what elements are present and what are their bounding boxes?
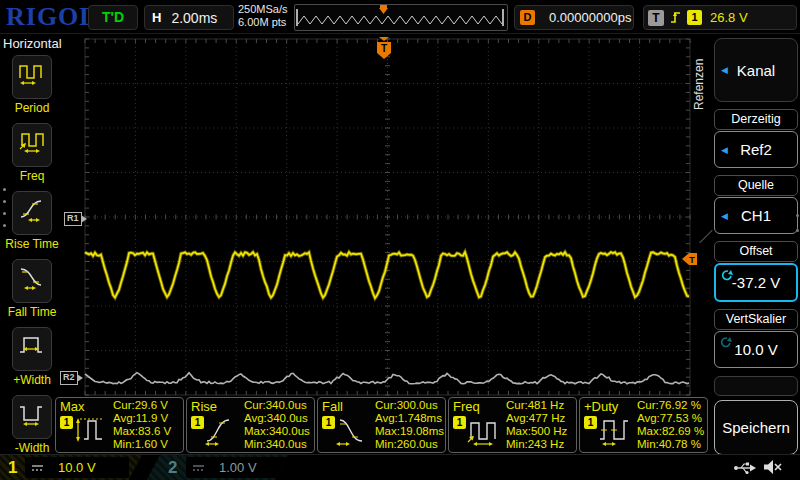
trigger-position-marker[interactable]: T — [375, 37, 393, 65]
trigger-level-marker[interactable]: T — [681, 251, 698, 271]
trigger-status-badge: T'D — [88, 5, 138, 30]
left-menu-item-label: Rise Time — [0, 237, 64, 251]
rigol-logo: RIGOL — [6, 2, 98, 32]
freqm-icon — [465, 415, 501, 451]
scroll-indicator-dot — [3, 188, 6, 191]
menu-empty-slot — [714, 376, 798, 396]
left-menu-item-label: Freq — [0, 169, 64, 183]
measurement-title: Freq — [453, 399, 480, 414]
channel1-chip[interactable]: 1 10.0 V — [0, 455, 142, 480]
channel2-scale: 1.00 V — [219, 460, 257, 475]
ref2-position-marker[interactable]: R2 — [60, 371, 78, 385]
menu-value-text: -37.2 V — [732, 274, 780, 291]
svg-text:T: T — [381, 43, 387, 54]
waveform-preview-strip[interactable] — [294, 4, 508, 31]
scroll-indicator-dot — [3, 224, 6, 227]
memory-depth: 6.00M pts — [238, 16, 288, 29]
menu-page-dot — [796, 229, 799, 232]
measurement-rise[interactable]: Rise1 Cur:340.0usAvg:340.0usMax:340.0usM… — [186, 397, 315, 453]
fall-icon — [334, 415, 370, 451]
preview-wave — [295, 5, 505, 28]
left-menu-item-rise-time[interactable]: Rise Time — [0, 191, 64, 251]
measurement-title: Rise — [191, 399, 217, 414]
menu-item-kanal[interactable]: ◀ Kanal — [714, 38, 798, 102]
sample-rate: 250MSa/s — [238, 3, 288, 16]
duty-icon — [596, 415, 632, 451]
right-menu-tab-label: Refenzen — [692, 42, 706, 126]
menu-value-offset[interactable]: -37.2 V — [714, 263, 798, 302]
menu-tab-divider — [699, 230, 712, 243]
measurement-values: Cur:481 HzAvg:477 HzMax:500 HzMin:243 Hz — [506, 399, 567, 451]
left-menu-item-period[interactable]: Period — [0, 55, 64, 115]
back-arrow-icon: ◀ — [721, 65, 728, 75]
menu-header-vertskalier: VertSkalier — [714, 309, 798, 330]
speaker-muted-icon[interactable] — [762, 458, 784, 476]
left-menu-item-fall-time[interactable]: Fall Time — [0, 259, 64, 319]
channel2-chip[interactable]: 2 1.00 V — [146, 455, 288, 480]
bottom-status-bar: 1 10.0 V 2 1.00 V — [0, 454, 800, 480]
scroll-indicator-dot — [3, 200, 6, 203]
menu-page-dot — [796, 214, 799, 217]
measurement-values: Cur:76.92 %Avg:77.53 %Max:82.69 %Min:40.… — [637, 399, 704, 451]
menu-value-text: 10.0 V — [734, 341, 777, 358]
oscilloscope-screen: RIGOL T'D H 2.00ms 250MSa/s 6.00M pts D … — [0, 0, 800, 480]
select-arrow-icon: ◀ — [721, 211, 728, 221]
ref1-position-marker[interactable]: R1 — [64, 212, 82, 226]
left-menu-item-label: Period — [0, 101, 64, 115]
menu-header-quelle: Quelle — [714, 175, 798, 196]
menu-value-text: Ref2 — [740, 141, 772, 158]
period-icon[interactable] — [12, 55, 52, 99]
timebase-value: 2.00ms — [171, 10, 217, 26]
h-label: H — [152, 10, 161, 25]
menu-value-quelle[interactable]: ◀CH1 — [714, 197, 798, 234]
save-button[interactable]: Speichern — [714, 400, 798, 455]
trigger-level-value: 26.8 V — [710, 10, 748, 25]
rise-icon — [203, 415, 239, 451]
max-icon — [72, 415, 108, 451]
measurement-duty[interactable]: +Duty1 Cur:76.92 %Avg:77.53 %Max:82.69 %… — [579, 397, 708, 453]
left-menu-item-label: Fall Time — [0, 305, 64, 319]
menu-value-derzeitig[interactable]: ◀Ref2 — [714, 131, 798, 168]
measurement-title: +Duty — [584, 399, 618, 414]
nwidth-icon[interactable] — [12, 395, 52, 439]
delay-box[interactable]: D 0.00000000ps — [514, 5, 634, 30]
measurement-title: Max — [60, 399, 85, 414]
svg-text:T: T — [689, 255, 695, 265]
fall-time-icon[interactable] — [12, 259, 52, 303]
horizontal-timebase-box[interactable]: H 2.00ms — [144, 5, 234, 30]
scope-graticule — [83, 37, 693, 397]
dc-coupling-icon — [31, 463, 44, 473]
select-arrow-icon: ◀ — [721, 145, 728, 155]
scroll-indicator-dot — [3, 212, 6, 215]
left-menu-item-label: +Width — [0, 373, 64, 387]
left-menu-item--width[interactable]: +Width — [0, 327, 64, 387]
measurement-values: Cur:340.0usAvg:340.0usMax:340.0usMin:340… — [244, 399, 310, 451]
left-menu-title: Horizontal — [0, 36, 67, 51]
menu-value-vertskalier[interactable]: 10.0 V — [714, 331, 798, 368]
menu-value-text: CH1 — [741, 207, 771, 224]
trigger-info-box[interactable]: T 1 26.8 V — [643, 5, 797, 30]
menu-header-derzeitig: Derzeitig — [714, 109, 798, 130]
rise-time-icon[interactable] — [12, 191, 52, 235]
trigger-source-badge: 1 — [687, 10, 702, 25]
channel1-scale: 10.0 V — [58, 460, 96, 475]
measurement-max[interactable]: Max1 Cur:29.6 VAvg:11.9 VMax:83.6 VMin:1… — [55, 397, 184, 453]
rising-edge-icon — [669, 9, 683, 26]
top-bar: RIGOL T'D H 2.00ms 250MSa/s 6.00M pts D … — [0, 0, 800, 34]
right-menu: ◀ Kanal Derzeitig◀Ref2Quelle◀CH1Offset-3… — [714, 36, 798, 455]
left-menu-item-freq[interactable]: Freq — [0, 123, 64, 183]
measurement-fall[interactable]: Fall1 Cur:300.0usAvg:1.748msMax:19.08msM… — [317, 397, 446, 453]
delay-value: 0.00000000ps — [549, 10, 631, 25]
channel1-number: 1 — [8, 458, 17, 478]
trigger-label: T — [648, 10, 664, 26]
dc-coupling-icon — [192, 463, 205, 473]
freq-icon[interactable] — [12, 123, 52, 167]
measurement-bar: Max1 Cur:29.6 VAvg:11.9 VMax:83.6 VMin:1… — [55, 397, 715, 454]
delay-label: D — [520, 10, 535, 25]
channel2-number: 2 — [168, 458, 177, 478]
pwidth-icon[interactable] — [12, 327, 52, 371]
measurement-values: Cur:29.6 VAvg:11.9 VMax:83.6 VMin:1.60 V — [113, 399, 171, 451]
kanal-label: Kanal — [737, 62, 775, 79]
measurement-freq[interactable]: Freq1 Cur:481 HzAvg:477 HzMax:500 HzMin:… — [448, 397, 577, 453]
usb-icon — [733, 460, 757, 475]
